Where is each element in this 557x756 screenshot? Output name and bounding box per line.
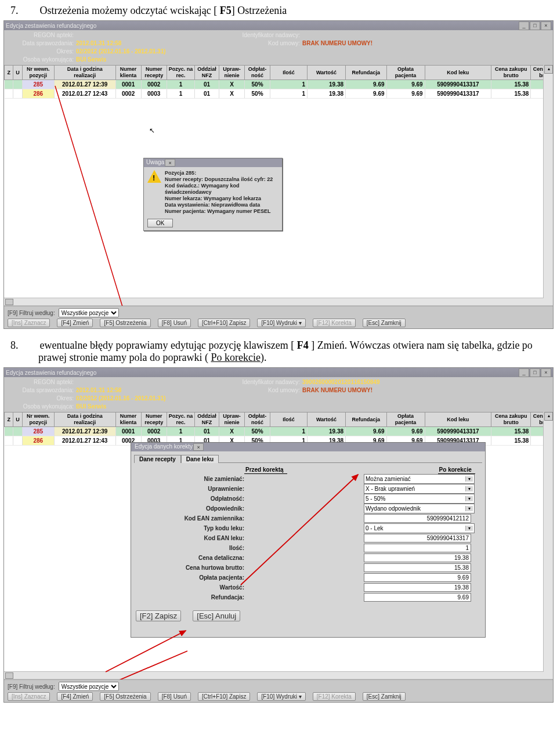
table-cell: 1 (270, 80, 308, 89)
edit-dialog-title: Edycja danych korekty (135, 443, 193, 451)
filter-select[interactable]: Wszystkie pozycje (59, 308, 119, 317)
form-field[interactable]: 5 - 50%▾ (364, 494, 471, 504)
table-cell: 0002 (141, 80, 167, 89)
warn-line-6: Numer pacjenta: Wymagany numer PESEL (165, 208, 278, 215)
scroll-up-icon[interactable]: ▴ (544, 65, 553, 74)
umowa-value-2: BRAK NUMERU UMOWY! (302, 387, 372, 393)
dialog-anuluj-button[interactable]: [Esc] Anuluj (193, 610, 240, 621)
zaznacz-button-2[interactable]: [Ins] Zaznacz (8, 692, 50, 701)
table-cell: 0002 (141, 427, 167, 436)
form-field[interactable]: 15.38 (364, 563, 471, 572)
form-row: Cena hurtowa brutto:15.38 (140, 563, 476, 573)
ostrzezenia-button-2[interactable]: [F5] Ostrzeżenia (100, 692, 150, 701)
close-button-2[interactable]: × (541, 368, 551, 377)
close-button[interactable]: × (541, 21, 551, 30)
grid-table[interactable]: ZUNr wewn. pozycjiData i godzina realiza… (4, 65, 553, 99)
form-field[interactable]: Można zamieniać▾ (364, 474, 471, 484)
korekta-button[interactable]: [F12] Korekta (313, 319, 356, 327)
chevron-down-icon[interactable]: ▾ (465, 506, 473, 511)
grid-col-header: Oddział NFZ (195, 66, 219, 80)
titlebar: Edycja zestawienia refundacyjnego _ □ × (4, 21, 553, 30)
form-field[interactable]: 5909990412112 (364, 514, 471, 523)
table-row[interactable]: 2862012.01.27 12:4300020003101X50%119.38… (5, 89, 553, 99)
scroll-thumb-2[interactable] (5, 672, 13, 679)
chevron-down-icon[interactable]: ▾ (465, 526, 473, 531)
wydruki-button[interactable]: [F10] Wydruki ▾ (257, 319, 305, 327)
regon-label-2: REGON apteki: (16, 378, 74, 386)
scroll-thumb[interactable] (5, 299, 13, 305)
grid-col-header: Numer klienta (115, 413, 141, 427)
max-button-2[interactable]: □ (530, 368, 540, 377)
grid-col-header: U (13, 66, 22, 80)
instruction-8: 8. ewentualne błędy poprawiamy edytując … (24, 339, 540, 364)
chevron-down-icon[interactable]: ▾ (465, 486, 473, 491)
form-field[interactable]: 19.38 (364, 583, 471, 592)
scrollbar-horizontal-2[interactable] (4, 671, 544, 679)
grid-col-header: Opłata pacjenta (386, 66, 425, 80)
table-cell: 19.38 (307, 427, 345, 436)
form-field[interactable]: Wydano odpowiednik▾ (364, 504, 471, 513)
chevron-down-icon[interactable]: ▾ (465, 476, 473, 482)
table-cell (5, 427, 13, 436)
zapisz-button[interactable]: [Ctrl+F10] Zapisz (198, 319, 250, 327)
table-cell: 50% (245, 80, 270, 89)
table-row[interactable]: 2852012.01.27 12:3900010002101X50%119.38… (5, 80, 553, 89)
form-field[interactable]: 19.38 (364, 554, 471, 562)
usun-button[interactable]: [F8] Usuń (158, 319, 191, 327)
tab-dane-leku[interactable]: Dane leku (181, 455, 219, 463)
zmien-button-2[interactable]: [F4] Zmień (57, 692, 93, 701)
ostrzezenia-button[interactable]: [F5] Ostrzeżenia (100, 319, 150, 327)
grid-table-2[interactable]: ZUNr wewn. pozycjiData i godzina realiza… (4, 412, 553, 446)
form-field[interactable]: X - Brak uprawnień▾ (364, 484, 471, 494)
max-button[interactable]: □ (530, 21, 540, 30)
grid-col-header: Numer recepty (141, 413, 167, 427)
okres-value-2: 02/2012 (2012.01.16 - 2012.01.31) (76, 395, 166, 401)
osoba-value: BUI Serwis (76, 56, 106, 63)
warning-icon (147, 170, 161, 184)
usun-button-2[interactable]: [F8] Usuń (158, 692, 191, 701)
chevron-down-icon[interactable]: ▾ (465, 496, 473, 501)
form-field[interactable]: 9.69 (364, 593, 471, 602)
edit-dialog-close-button[interactable]: × (193, 443, 204, 451)
min-button-2[interactable]: _ (519, 368, 529, 377)
grid-header: ZUNr wewn. pozycjiData i godzina realiza… (5, 66, 553, 80)
table-cell: 19.38 (307, 80, 345, 89)
scrollbar-vertical[interactable]: ▴ (543, 65, 553, 305)
zmien-button[interactable]: [F4] Zmień (57, 319, 93, 327)
korekta-button-2[interactable]: [F12] Korekta (313, 692, 356, 701)
form-row: Odpowiednik:Wydano odpowiednik▾ (140, 504, 476, 513)
grid-col-header: Refundacja (346, 66, 386, 80)
warning-title: Uwaga (146, 159, 164, 167)
data-label-2: Data sprawozdania: (16, 386, 74, 395)
zaznacz-button[interactable]: [Ins] Zaznacz (8, 319, 50, 327)
form-field[interactable]: 9.69 (364, 573, 471, 582)
ok-button[interactable]: OK (147, 219, 173, 227)
scrollbar-vertical-2[interactable]: ▴ (543, 412, 553, 679)
zapisz-button-2[interactable]: [Ctrl+F10] Zapisz (198, 692, 250, 701)
instruction-7-text-a: Ostrzeżenia możemy odczytać wciskając [ (40, 5, 218, 16)
form-row: Wartość:19.38 (140, 583, 476, 592)
zamknij-button[interactable]: [Esc] Zamknij (363, 319, 406, 327)
form-field[interactable]: 5909990413317 (364, 534, 471, 542)
tab-dane-recepty[interactable]: Dane recepty (134, 455, 181, 463)
table-row[interactable]: 2852012.01.27 12:3900010002101X50%119.38… (5, 427, 553, 436)
min-button[interactable]: _ (519, 21, 529, 30)
form-label: Typ kodu leku: (140, 525, 248, 531)
dialog-zapisz-button[interactable]: [F2] Zapisz (136, 610, 181, 621)
scroll-up-icon-2[interactable]: ▴ (544, 412, 553, 421)
warn-line-5: Data wystawienia: Nieprawidłowa data (165, 202, 278, 208)
table-cell: 9.69 (346, 427, 386, 436)
table-cell: 1 (270, 89, 308, 99)
form-row: Kod EAN leku:5909990413317 (140, 533, 476, 543)
zamknij-button-2[interactable]: [Esc] Zamknij (363, 692, 406, 701)
instruction-8-text-a: ewentualne błędy poprawiamy edytując poz… (40, 339, 295, 351)
table-cell: 285 (22, 427, 54, 436)
form-field[interactable]: 1 (364, 544, 471, 552)
warning-close-button[interactable]: × (165, 159, 175, 167)
table-cell: 9.69 (346, 89, 386, 99)
filter-select-2[interactable]: Wszystkie pozycje (59, 682, 119, 691)
wydruki-button-2[interactable]: [F10] Wydruki ▾ (257, 692, 305, 701)
scrollbar-horizontal[interactable] (4, 298, 544, 305)
filter-label: [F9] Filtruj według: (8, 310, 55, 316)
form-field[interactable]: 0 - Lek▾ (364, 523, 471, 533)
